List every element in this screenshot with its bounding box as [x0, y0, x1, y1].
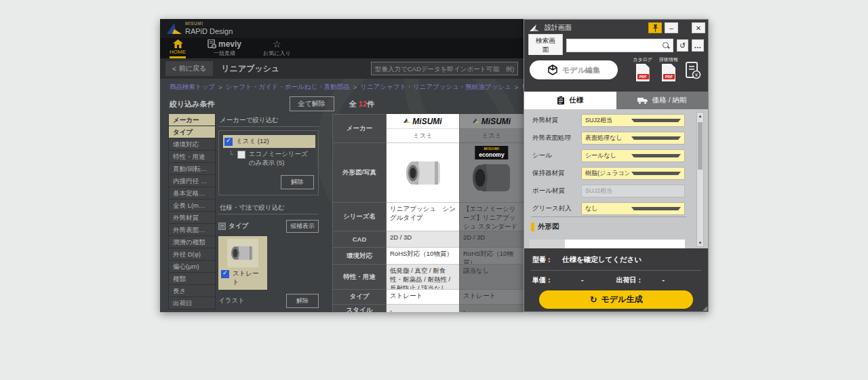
- breadcrumb-item[interactable]: 商品検索トップ: [170, 83, 215, 92]
- misumi-cube-icon: [403, 118, 410, 125]
- scroll-up-icon[interactable]: ▲: [698, 113, 703, 119]
- filter-conditions-title: 絞り込み条件: [170, 99, 215, 109]
- panel-search-input[interactable]: [567, 39, 662, 52]
- type-clear-button[interactable]: 解除: [286, 294, 319, 308]
- nav-meviy[interactable]: meviy 一括見積: [206, 38, 243, 58]
- spec-scrollbar[interactable]: ▲ ▼: [696, 112, 704, 247]
- result-count: 全 12件: [349, 99, 374, 109]
- breadcrumb-item[interactable]: シャフト・ガイド・ボールねじ・直動部品: [226, 83, 350, 92]
- design-panel-footer: 型番： 仕様を確定してください 単価： - 出荷日： - ↻ モデル生成 ◢: [524, 248, 708, 311]
- search-icon[interactable]: [662, 41, 671, 50]
- product-column-1-header[interactable]: MiSUMi ミスミ: [387, 114, 459, 143]
- product-1-photo[interactable]: [387, 143, 459, 203]
- sidebar-item-maker[interactable]: メーカー: [168, 114, 216, 126]
- economy-badge: MISUMI economy: [475, 146, 508, 159]
- sidebar-item-features[interactable]: 特性・用途: [168, 151, 216, 163]
- surface-treatment-select[interactable]: 表面処理なし: [581, 132, 685, 145]
- scrollbar-thumb[interactable]: [698, 122, 703, 170]
- sidebar-item-kind[interactable]: 種類: [168, 273, 216, 285]
- catalog-pdf-button[interactable]: カタログ PDF: [633, 56, 652, 81]
- sidebar-item-outer-diameter[interactable]: 外径 D(φ): [168, 248, 216, 261]
- sidebar-item-environment[interactable]: 環境対応: [168, 138, 216, 151]
- retainer-material-select[interactable]: 樹脂(ジュラコンM90相当): [581, 167, 685, 180]
- back-button[interactable]: < 前に戻る: [165, 61, 213, 76]
- cube-icon: [547, 64, 558, 75]
- design-panel-toolbar: 検索画面 ↺ …: [524, 36, 708, 55]
- product-2-rohs: RoHS対応（10物質）: [459, 248, 524, 265]
- pin-button[interactable]: [648, 22, 662, 33]
- economy-series-checkbox[interactable]: └ エコノミーシリーズのみ表示 (5): [227, 148, 315, 170]
- maker-name: ミスミ: [460, 129, 524, 142]
- nav-favorites-label: お気に入り: [263, 50, 291, 58]
- close-button[interactable]: ✕: [692, 22, 705, 33]
- filter-header: 絞り込み条件 全て解除 全 12件: [160, 95, 524, 113]
- breadcrumb: 商品検索トップ > シャフト・ガイド・ボールねじ・直動部品 > リニアシャフト・…: [160, 80, 524, 94]
- close-icon: ✕: [696, 24, 701, 32]
- chevron-down-icon: [631, 136, 681, 140]
- nav-favorites[interactable]: ☆ お気に入り: [262, 38, 292, 58]
- candidates-button[interactable]: 候補表示: [286, 220, 319, 233]
- minimize-button[interactable]: –: [665, 22, 678, 33]
- search-screen-button[interactable]: 検索画面: [528, 34, 563, 57]
- outer-material-select[interactable]: SUJ2相当: [581, 114, 685, 127]
- resize-grip[interactable]: ◢: [703, 305, 707, 311]
- sidebar-item-surface-treatment[interactable]: 外筒表面…: [168, 224, 216, 236]
- unit-price-value: -: [581, 276, 584, 284]
- generate-model-button[interactable]: ↻ モデル生成: [539, 290, 693, 309]
- sidebar-item-motion[interactable]: 直動/回転…: [168, 163, 216, 175]
- breadcrumb-item[interactable]: リニアシャフト・リニアブッシュ・無給油ブッシュ: [360, 83, 511, 92]
- history-button[interactable]: ↺: [677, 39, 689, 52]
- sidebar-item-inner-diameter[interactable]: 内接円径 …: [168, 175, 216, 187]
- sidebar-item-basic-rating[interactable]: 基本定格…: [168, 187, 216, 200]
- misumi-cube-icon: [473, 118, 479, 125]
- sidebar-item-length-l[interactable]: 全長 L(m…: [168, 200, 216, 212]
- drawing-table-header-cell: [530, 240, 565, 249]
- sidebar-item-type[interactable]: タイプ: [168, 126, 216, 138]
- product-2-series[interactable]: 【エコノミーシリーズ】リニアブッシュ スタンダード シングル: [459, 203, 524, 231]
- pdf-badge: PDF: [663, 74, 675, 79]
- pdf-badge: PDF: [637, 74, 649, 79]
- quote-document-button[interactable]: ¥: [685, 62, 701, 79]
- sidebar-item-cylinder-material[interactable]: 外筒材質: [168, 212, 216, 224]
- back-button-label: 前に戻る: [179, 64, 206, 73]
- truck-icon: [637, 96, 648, 104]
- product-column-2-header[interactable]: MiSUMi ミスミ: [459, 114, 524, 143]
- grease-select[interactable]: なし: [581, 202, 685, 215]
- result-count-number: 12: [359, 100, 367, 108]
- clear-all-button[interactable]: 全て解除: [290, 96, 334, 111]
- product-2-photo[interactable]: MISUMI economy: [459, 143, 524, 203]
- straight-checkbox[interactable]: ストレート: [221, 269, 264, 287]
- maker-filter-title: メーカーで絞り込む: [218, 114, 319, 127]
- comment-button[interactable]: …: [692, 39, 704, 52]
- collapse-icon[interactable]: −: [218, 223, 226, 230]
- misumi-logo-icon: [167, 23, 182, 34]
- ship-date-label: 出荷日：: [616, 276, 644, 285]
- type-option-straight[interactable]: ストレート: [218, 236, 267, 290]
- seal-select[interactable]: シールなし: [581, 149, 685, 162]
- field-label: ボール材質: [532, 187, 581, 195]
- sidebar-item-eccentricity[interactable]: 偏心(μm): [168, 261, 216, 273]
- svg-text:¥: ¥: [695, 73, 698, 77]
- sidebar-item-ship-date[interactable]: 出荷日: [168, 297, 216, 309]
- tech-info-pdf-button[interactable]: 技術情報 PDF: [659, 56, 678, 81]
- chevron-down-icon: [631, 207, 681, 210]
- field-label: シール: [532, 151, 581, 160]
- app-logo-bar: MISUMI RAPiD Design: [160, 19, 524, 38]
- generate-model-label: モデル生成: [601, 294, 643, 305]
- breadcrumb-separator: >: [353, 83, 357, 91]
- nav-home[interactable]: HOME: [168, 38, 187, 58]
- maker-checkbox-misumi[interactable]: ミスミ (12): [223, 135, 315, 148]
- sidebar-item-length[interactable]: 長さ: [168, 285, 216, 297]
- cad-part-number-input[interactable]: [371, 62, 518, 75]
- product-1-series[interactable]: リニアブッシュ シングルタイプ: [387, 203, 459, 231]
- scroll-down-icon[interactable]: ▼: [698, 240, 703, 246]
- model-edit-label: モデル編集: [562, 65, 600, 75]
- sidebar-item-lubrication[interactable]: 潤滑の種類: [168, 236, 216, 248]
- model-edit-button[interactable]: モデル編集: [530, 60, 618, 79]
- star-icon: ☆: [273, 39, 281, 49]
- filter-detail-panel: メーカーで絞り込む ミスミ (12) └ エコノミーシリーズのみ表示 (5) 解…: [218, 114, 319, 312]
- tab-price-delivery[interactable]: 価格 / 納期: [616, 92, 709, 109]
- maker-clear-button[interactable]: 解除: [281, 175, 314, 189]
- design-panel-window: 設計画面 – ✕ 検索画面 ↺ … モデル編集 カタログ PDF 技術情報 PD…: [524, 19, 709, 312]
- tab-spec[interactable]: 仕様: [524, 92, 616, 109]
